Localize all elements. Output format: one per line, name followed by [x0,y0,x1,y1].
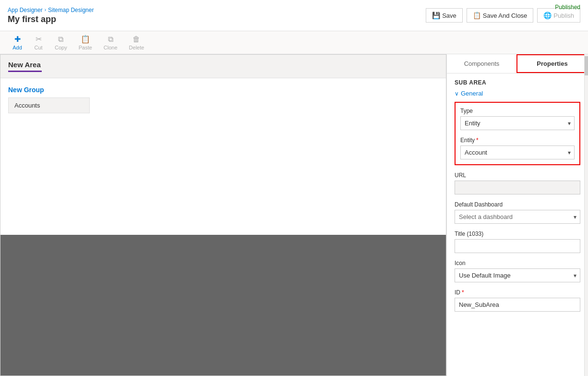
title-input[interactable] [455,239,580,253]
canvas: New Area New Group Accounts [0,54,446,376]
canvas-bottom-area [0,235,446,376]
chevron-down-icon: ∨ [455,90,459,97]
entity-select-wrapper: Account Contact Lead Opportunity ▾ [460,146,575,159]
entity-label: Entity * [460,137,575,144]
delete-button[interactable]: 🗑 Delete [124,33,149,52]
icon-select-wrapper: Use Default Image Custom ▾ [455,268,580,282]
entity-required-star: * [476,137,479,144]
copy-icon: ⧉ [58,35,63,44]
icon-select[interactable]: Use Default Image Custom [455,268,580,282]
id-required-star: * [462,289,464,296]
default-dashboard-label: Default Dashboard [455,201,580,208]
entity-select[interactable]: Account Contact Lead Opportunity [460,146,575,159]
published-status: Published [555,4,580,11]
canvas-content: New Group Accounts [0,78,446,235]
entity-field-group: Entity * Account Contact Lead Opportunit… [460,137,575,159]
scrollbar-track[interactable] [584,54,588,376]
general-label: General [461,90,483,97]
cut-icon: ✂ [36,35,42,44]
paste-button[interactable]: 📋 Paste [74,33,97,52]
title-field-group: Title (1033) [455,230,580,253]
type-select[interactable]: Entity URL Web Resource Custom [460,116,575,130]
group-label[interactable]: New Group [8,86,438,94]
cut-button[interactable]: ✂ Cut [29,33,48,52]
url-label: URL [455,172,580,179]
add-button[interactable]: ✚ Add [8,33,27,52]
type-label: Type [460,108,575,114]
type-select-wrapper: Entity URL Web Resource Custom ▾ [460,116,575,130]
default-dashboard-select[interactable]: Select a dashboard [455,210,580,224]
publish-label: Publish [553,12,574,19]
save-close-icon: 📋 [473,12,481,19]
clone-label: Clone [104,45,118,50]
add-label: Add [12,45,22,50]
url-field-group: URL [455,172,580,194]
save-button[interactable]: 💾 Save [426,8,463,23]
save-close-button[interactable]: 📋 Save And Close [467,8,534,23]
copy-button[interactable]: ⧉ Copy [50,33,72,52]
default-dashboard-field-group: Default Dashboard Select a dashboard ▾ [455,201,580,224]
breadcrumb: App Designer › Sitemap Designer [8,7,94,13]
delete-icon: 🗑 [132,35,140,44]
sub-area-item[interactable]: Accounts [8,97,90,113]
breadcrumb-separator: › [45,7,46,12]
panel-section-title: SUB AREA [455,79,580,86]
tab-components[interactable]: Components [447,54,516,73]
id-field-group: ID * [455,289,580,312]
clone-button[interactable]: ⧉ Clone [99,33,122,52]
app-title: My first app [8,14,94,24]
area-underline [8,71,42,72]
type-field-group: Type Entity URL Web Resource Custom ▾ [460,108,575,130]
save-close-label: Save And Close [483,12,528,19]
save-label: Save [442,12,456,19]
delete-label: Delete [129,45,144,50]
breadcrumb-app-designer[interactable]: App Designer [8,7,43,13]
cut-label: Cut [34,45,42,50]
title-label: Title (1033) [455,230,580,237]
type-entity-highlight: Type Entity URL Web Resource Custom ▾ [455,102,580,165]
add-icon: ✚ [14,35,21,44]
save-icon: 💾 [432,12,440,19]
area-label: New Area [8,61,438,69]
publish-icon: 🌐 [543,12,552,19]
icon-label: Icon [455,260,580,267]
paste-icon: 📋 [81,35,90,44]
clone-icon: ⧉ [108,35,113,44]
panel-body: SUB AREA ∨ General Type Entity URL W [447,73,588,376]
icon-field-group: Icon Use Default Image Custom ▾ [455,260,580,282]
tab-properties[interactable]: Properties [516,54,588,73]
id-label: ID * [455,289,580,296]
right-panel: Components Properties SUB AREA ∨ General… [446,54,588,376]
scrollbar-thumb[interactable] [585,56,588,75]
default-dashboard-select-wrapper: Select a dashboard ▾ [455,210,580,224]
url-input[interactable] [455,181,580,194]
general-section-expand[interactable]: ∨ General [455,90,580,97]
panel-tabs: Components Properties [447,54,588,73]
paste-label: Paste [79,45,92,50]
copy-label: Copy [55,45,67,50]
breadcrumb-sitemap-designer[interactable]: Sitemap Designer [48,7,94,13]
id-input[interactable] [455,298,580,312]
main-toolbar: ✚ Add ✂ Cut ⧉ Copy 📋 Paste ⧉ Clone 🗑 Del… [0,31,588,54]
